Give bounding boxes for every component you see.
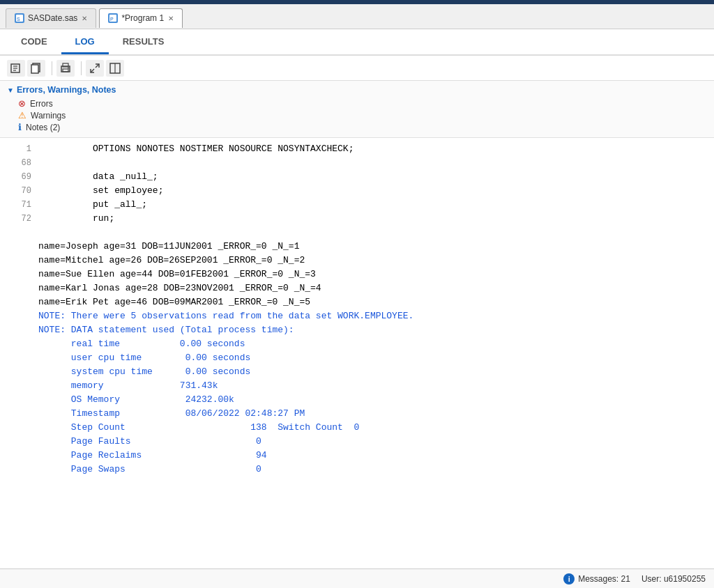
issue-notes-label: Notes (2) (26, 123, 60, 132)
line-text: name=Karl Jonas age=28 DOB=23NOV2001 _ER… (38, 281, 321, 295)
tab-program1-icon: P (108, 13, 118, 23)
line-text: OS Memory 24232.00k (38, 393, 234, 407)
toolbar (0, 56, 714, 81)
line-number: 68 (0, 156, 38, 170)
line-text: name=Joseph age=31 DOB=11JUN2001 _ERROR_… (38, 240, 299, 254)
status-info-icon: i (563, 573, 575, 585)
toolbar-divider-2 (81, 61, 82, 75)
log-content[interactable]: 1 OPTIONS NONOTES NOSTIMER NOSOURCE NOSY… (0, 138, 714, 568)
toolbar-btn-clear[interactable] (7, 60, 25, 77)
line-text: Page Faults 0 (38, 435, 261, 449)
log-line: 68 (0, 156, 714, 170)
line-number (0, 281, 38, 295)
log-line: 72 run; (0, 212, 714, 226)
line-text: put _all_; (38, 198, 147, 212)
tab-sasdate-close[interactable]: ✕ (82, 15, 87, 22)
issue-errors-label: Errors (30, 99, 53, 109)
log-line: Page Swaps 0 (0, 463, 714, 477)
tab-results[interactable]: RESULTS (109, 31, 178, 54)
tab-sasdate-icon: S (15, 13, 24, 23)
log-line: name=Mitchel age=26 DOB=26SEP2001 _ERROR… (0, 254, 714, 268)
log-line: memory 731.43k (0, 379, 714, 393)
log-line: OS Memory 24232.00k (0, 393, 714, 407)
tab-bar: S SASDate.sas ✕ P *Program 1 ✕ (0, 4, 714, 29)
line-number (0, 365, 38, 379)
log-line: 1 OPTIONS NONOTES NOSTIMER NOSOURCE NOSY… (0, 142, 714, 156)
line-text: data _null_; (38, 170, 158, 184)
log-line: Page Faults 0 (0, 435, 714, 449)
line-number: 72 (0, 212, 38, 226)
line-text: Timestamp 08/06/2022 02:48:27 PM (38, 407, 305, 421)
log-line (0, 226, 714, 240)
log-line: Page Reclaims 94 (0, 449, 714, 463)
status-messages-count: 21 (621, 574, 630, 584)
toolbar-btn-print[interactable] (56, 60, 75, 77)
issues-header[interactable]: ▼ Errors, Warnings, Notes (7, 85, 707, 95)
line-number (0, 407, 38, 421)
log-line: Step Count 138 Switch Count 0 (0, 421, 714, 435)
tab-code[interactable]: CODE (7, 31, 61, 54)
line-number (0, 379, 38, 393)
line-number: 71 (0, 198, 38, 212)
status-user: User: u61950255 (641, 574, 706, 584)
tab-program1[interactable]: P *Program 1 ✕ (99, 8, 183, 28)
editor-area: CODE LOG RESULTS ▼ Errors, Warnings, Not… (0, 29, 714, 568)
line-number (0, 323, 38, 337)
toolbar-divider-1 (52, 61, 52, 75)
line-text: NOTE: DATA statement used (Total process… (38, 323, 294, 337)
line-text: real time 0.00 seconds (38, 337, 245, 351)
error-icon: ⊗ (18, 98, 26, 109)
log-line: real time 0.00 seconds (0, 337, 714, 351)
toolbar-btn-expand[interactable] (86, 60, 104, 77)
line-number (0, 226, 38, 240)
log-line: name=Sue Ellen age=44 DOB=01FEB2001 _ERR… (0, 268, 714, 281)
issue-errors[interactable]: ⊗ Errors (7, 98, 707, 109)
line-number (0, 295, 38, 309)
issues-arrow: ▼ (7, 86, 14, 94)
line-text: NOTE: There were 5 observations read fro… (38, 309, 413, 323)
line-number (0, 435, 38, 449)
tab-program1-close[interactable]: ✕ (168, 15, 174, 22)
log-line: NOTE: DATA statement used (Total process… (0, 323, 714, 337)
status-messages-label: Messages: (578, 574, 618, 584)
toolbar-btn-copy[interactable] (27, 60, 45, 77)
line-text: Page Swaps 0 (38, 463, 261, 477)
line-text: user cpu time 0.00 seconds (38, 351, 250, 365)
line-number (0, 337, 38, 351)
line-number (0, 421, 38, 435)
log-line: 71 put _all_; (0, 198, 714, 212)
tab-sasdate[interactable]: S SASDate.sas ✕ (6, 8, 96, 28)
issue-warnings[interactable]: ⚠ Warnings (7, 109, 707, 121)
line-number: 69 (0, 170, 38, 184)
line-text: OPTIONS NONOTES NOSTIMER NOSOURCE NOSYNT… (38, 142, 354, 156)
warning-icon: ⚠ (18, 110, 26, 121)
line-number (0, 393, 38, 407)
line-number (0, 268, 38, 281)
tab-log[interactable]: LOG (61, 31, 109, 54)
line-text: Page Reclaims 94 (38, 449, 267, 463)
status-user-value: u61950255 (664, 574, 706, 584)
toolbar-btn-split[interactable] (106, 60, 124, 77)
line-text: name=Mitchel age=26 DOB=26SEP2001 _ERROR… (38, 254, 305, 268)
log-line: 70 set employee; (0, 184, 714, 198)
issue-notes[interactable]: ℹ Notes (2) (7, 121, 707, 133)
svg-rect-9 (31, 65, 38, 73)
line-number (0, 254, 38, 268)
line-number (0, 240, 38, 254)
line-text: name=Sue Ellen age=44 DOB=01FEB2001 _ERR… (38, 268, 316, 281)
line-text: Step Count 138 Switch Count 0 (38, 421, 359, 435)
log-line: name=Joseph age=31 DOB=11JUN2001 _ERROR_… (0, 240, 714, 254)
line-text: memory 731.43k (38, 379, 218, 393)
log-line: name=Erik Pet age=46 DOB=09MAR2001 _ERRO… (0, 295, 714, 309)
status-messages: i Messages: 21 (563, 573, 630, 585)
svg-rect-12 (63, 69, 68, 72)
line-text: run; (38, 212, 114, 226)
log-line: user cpu time 0.00 seconds (0, 351, 714, 365)
tab-program1-label: *Program 1 (121, 13, 164, 23)
status-bar: i Messages: 21 User: u61950255 (0, 568, 714, 588)
issues-panel: ▼ Errors, Warnings, Notes ⊗ Errors ⚠ War… (0, 81, 714, 138)
line-number: 70 (0, 184, 38, 198)
log-line: system cpu time 0.00 seconds (0, 365, 714, 379)
line-text: name=Erik Pet age=46 DOB=09MAR2001 _ERRO… (38, 295, 310, 309)
log-line: NOTE: There were 5 observations read fro… (0, 309, 714, 323)
